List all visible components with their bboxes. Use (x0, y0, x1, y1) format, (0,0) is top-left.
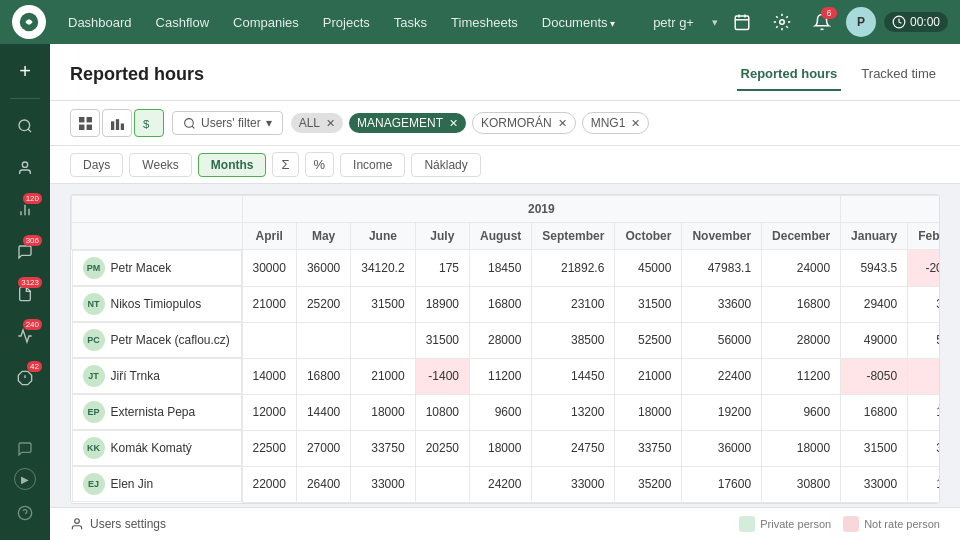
sidebar-expand[interactable]: ▶ (14, 468, 36, 490)
calendar-icon-btn[interactable] (726, 6, 758, 38)
cell-2-6: 52500 (615, 322, 682, 358)
sidebar-chat[interactable] (6, 430, 44, 468)
sidebar-add[interactable]: + (6, 52, 44, 90)
cell-1-1: 25200 (296, 286, 350, 322)
cell-5-3: 20250 (415, 430, 469, 466)
user-name-cell-4: EPExternista Pepa (72, 394, 242, 430)
tag-mng1[interactable]: MNG1 ✕ (582, 112, 650, 134)
nav-dashboard[interactable]: Dashboard (58, 9, 142, 36)
cell-5-5: 24750 (532, 430, 615, 466)
tab-reported-hours[interactable]: Reported hours (737, 58, 842, 91)
timer-display[interactable]: 00:00 (884, 12, 948, 32)
cell-2-3: 31500 (415, 322, 469, 358)
nav-companies[interactable]: Companies (223, 9, 309, 36)
cell-4-0: 12000 (242, 394, 296, 430)
cell-4-9: 16800 (841, 394, 908, 430)
sidebar-charts[interactable]: 120 (6, 191, 44, 229)
nav-projects[interactable]: Projects (313, 9, 380, 36)
sidebar-help[interactable] (6, 494, 44, 532)
cell-5-1: 27000 (296, 430, 350, 466)
settings-icon-btn[interactable] (766, 6, 798, 38)
cell-3-10: -9585 (908, 358, 940, 394)
tag-kormoranoutline[interactable]: KORMORÁN ✕ (472, 112, 576, 134)
user-name-4: Externista Pepa (111, 405, 196, 419)
table-row: PCPetr Macek (caflou.cz)3150028000385005… (72, 322, 941, 358)
user-name-cell-5: KKKomák Komatý (72, 430, 242, 466)
sum-button[interactable]: Σ (272, 152, 298, 177)
nav-documents[interactable]: Documents (532, 9, 626, 36)
cell-3-3: -1400 (415, 358, 469, 394)
logo[interactable] (12, 5, 46, 39)
month-header-june: June (351, 223, 415, 250)
cell-0-6: 45000 (615, 250, 682, 287)
cell-2-0 (242, 322, 296, 358)
view-grid-button[interactable] (70, 109, 100, 137)
users-filter-button[interactable]: Users' filter ▾ (172, 111, 283, 135)
sidebar-search[interactable] (6, 107, 44, 145)
svg-rect-19 (86, 117, 91, 122)
tag-all[interactable]: ALL ✕ (291, 113, 343, 133)
page-footer: Users settings Private person Not rate p… (50, 507, 960, 540)
notifications-icon-btn[interactable]: 6 (806, 6, 838, 38)
cell-3-1: 16800 (296, 358, 350, 394)
view-currency-button[interactable]: $ (134, 109, 164, 137)
cell-5-4: 18000 (470, 430, 532, 466)
year-header-2019: 2019 (242, 196, 841, 223)
period-weeks-button[interactable]: Weeks (129, 153, 191, 177)
cell-0-0: 30000 (242, 250, 296, 287)
tag-all-remove[interactable]: ✕ (326, 117, 335, 130)
user-avatar[interactable]: P (846, 7, 876, 37)
tag-mng1-remove[interactable]: ✕ (631, 117, 640, 130)
cell-1-7: 33600 (682, 286, 762, 322)
nav-timesheets[interactable]: Timesheets (441, 9, 528, 36)
user-name-3: Jiří Trnka (111, 369, 160, 383)
cell-6-6: 35200 (615, 466, 682, 502)
user-avatar-3: JT (83, 365, 105, 387)
cell-2-2 (351, 322, 415, 358)
nav-cashflow[interactable]: Cashflow (146, 9, 219, 36)
nav-user[interactable]: petr g+ (643, 9, 704, 36)
sidebar-user[interactable] (6, 149, 44, 187)
cell-4-7: 19200 (682, 394, 762, 430)
tag-management-remove[interactable]: ✕ (449, 117, 458, 130)
cell-1-8: 16800 (762, 286, 841, 322)
month-header-august: August (470, 223, 532, 250)
svg-point-5 (780, 20, 785, 25)
table-area[interactable]: 20192020AprilMayJuneJulyAugustSeptemberO… (50, 184, 960, 507)
cell-3-4: 11200 (470, 358, 532, 394)
sidebar-divider-1 (10, 98, 40, 99)
cell-0-5: 21892.6 (532, 250, 615, 287)
cell-2-4: 28000 (470, 322, 532, 358)
cell-5-8: 18000 (762, 430, 841, 466)
legend: Private person Not rate person (739, 516, 940, 532)
nav-tasks[interactable]: Tasks (384, 9, 437, 36)
sidebar-messages[interactable]: 306 (6, 233, 44, 271)
cell-4-10: 18000 (908, 394, 940, 430)
sidebar-alerts[interactable]: 42 (6, 359, 44, 397)
toolbar: $ Users' filter ▾ ALL ✕ MANAGEMENT ✕ KOR… (50, 101, 960, 146)
naklady-button[interactable]: Náklady (411, 153, 480, 177)
cell-1-2: 31500 (351, 286, 415, 322)
income-button[interactable]: Income (340, 153, 405, 177)
period-days-button[interactable]: Days (70, 153, 123, 177)
month-header-april: April (242, 223, 296, 250)
sidebar-analytics[interactable]: 240 (6, 317, 44, 355)
cell-0-8: 24000 (762, 250, 841, 287)
tag-management[interactable]: MANAGEMENT ✕ (349, 113, 466, 133)
cell-1-0: 21000 (242, 286, 296, 322)
view-bar-button[interactable] (102, 109, 132, 137)
cell-1-4: 16800 (470, 286, 532, 322)
year-header-2020: 2020 (841, 196, 940, 223)
table-row: KKKomák Komatý22500270003375020250180002… (72, 430, 941, 466)
tab-tracked-time[interactable]: Tracked time (857, 58, 940, 91)
cell-6-4: 24200 (470, 466, 532, 502)
month-header-january: January (841, 223, 908, 250)
tag-korm-remove[interactable]: ✕ (558, 117, 567, 130)
percent-button[interactable]: % (305, 152, 335, 177)
sidebar-reports[interactable]: 3123 (6, 275, 44, 313)
cell-5-9: 31500 (841, 430, 908, 466)
cell-0-9: 5943.5 (841, 250, 908, 287)
user-settings-link[interactable]: Users settings (70, 517, 166, 531)
period-months-button[interactable]: Months (198, 153, 267, 177)
cell-2-5: 38500 (532, 322, 615, 358)
